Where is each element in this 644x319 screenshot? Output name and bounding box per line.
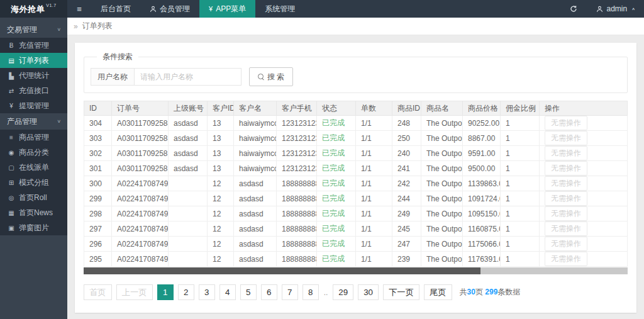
cell-product-id: 241 (392, 161, 421, 176)
no-action-button[interactable]: 无需操作 (545, 237, 587, 251)
cell-price: 1091724.00 (463, 191, 501, 206)
cell-status: 已完成 (317, 161, 356, 176)
cell-price: 1139863.00 (463, 176, 501, 191)
sidebar-item[interactable]: ▤ 订单列表 (0, 53, 67, 68)
sidebar-item[interactable]: ⊞ 模式分组 (0, 175, 67, 190)
no-action-button[interactable]: 无需操作 (545, 161, 587, 176)
sidebar-item[interactable]: ▣ 弹窗图片 (0, 220, 67, 235)
no-action-button[interactable]: 无需操作 (545, 146, 587, 160)
sidebar-section-label: 产品管理 (7, 116, 37, 127)
sidebar-section-header[interactable]: 产品管理 ∨ (0, 113, 67, 130)
page-button[interactable]: 6 (261, 284, 277, 300)
no-action-button[interactable]: 无需操作 (545, 252, 587, 266)
sidebar-item[interactable]: ▢ 在线派单 (0, 160, 67, 175)
cell-customer-id: 12 (208, 176, 234, 191)
column-header: 商品ID (392, 101, 421, 116)
cell-customer-phone: 18888888888 (277, 221, 317, 237)
sidebar-item[interactable]: ▙ 代理统计 (0, 68, 67, 83)
cell-customer-name: asdasd (234, 176, 277, 191)
sidebar-item[interactable]: ◎ 首页Roll (0, 190, 67, 205)
agent-stats-icon: ▙ (8, 72, 15, 79)
sidebar-item[interactable]: ▦ 首页News (0, 205, 67, 220)
cell-id: 301 (84, 161, 112, 176)
page-button[interactable]: 7 (282, 284, 298, 300)
page-button[interactable]: 30 (358, 284, 379, 300)
no-action-button[interactable]: 无需操作 (545, 206, 587, 221)
cell-product-name: The Outpost ... (421, 176, 463, 191)
cell-action: 无需操作 (540, 237, 628, 252)
cell-customer-name: asdasd (234, 206, 277, 221)
cell-ratio: 1 (501, 176, 540, 191)
sidebar-item[interactable]: ≡ 商品管理 (0, 130, 67, 145)
cell-customer-name: asdasd (234, 191, 277, 206)
sidebar-item-label: 充值接口 (19, 86, 49, 96)
total-records: 299 (485, 288, 497, 296)
cell-action: 无需操作 (540, 161, 628, 176)
sidebar-item-label: 提现管理 (19, 101, 49, 111)
refresh-icon[interactable] (560, 0, 587, 18)
cell-customer-phone: 123123123 (277, 146, 317, 161)
horizontal-scrollbar[interactable] (84, 267, 628, 274)
page-button[interactable]: 3 (199, 284, 215, 300)
page-button[interactable]: 尾页 (424, 284, 452, 300)
sidebar-item-label: 商品分类 (19, 147, 49, 158)
username-input[interactable] (135, 68, 242, 86)
sidebar-item[interactable]: ◉ 商品分类 (0, 145, 67, 160)
no-action-button[interactable]: 无需操作 (545, 191, 587, 206)
table-row: 301 A03011709258140297 asdasd 13 haiwaiy… (84, 161, 628, 176)
page-button[interactable]: 1 (157, 284, 174, 300)
page-button[interactable]: 下一页 (383, 284, 419, 300)
cell-customer-phone: 18888888888 (277, 252, 317, 267)
username-field-label: 用户名称 (91, 68, 135, 86)
cell-status: 已完成 (317, 221, 356, 237)
scrollbar-thumb[interactable] (84, 267, 480, 274)
no-action-button[interactable]: 无需操作 (545, 116, 587, 130)
page-button[interactable]: 2 (178, 284, 194, 300)
column-header: ID (84, 101, 112, 116)
page-button[interactable]: 上一页 (116, 284, 153, 300)
sidebar-item[interactable]: Ƀ 充值管理 (0, 38, 67, 53)
table-row: 303 A03011709258322713 asdasd 13 haiwaiy… (84, 131, 628, 146)
cell-product-name: The Outpost ... (421, 221, 463, 237)
hamburger-menu-icon[interactable]: ≡ (67, 0, 91, 18)
no-action-button[interactable]: 无需操作 (545, 131, 587, 145)
sidebar-item[interactable]: ¥ 提现管理 (0, 98, 67, 113)
cell-price: 8867.00 (463, 131, 501, 146)
page-button[interactable]: 4 (219, 284, 236, 300)
sidebar-menu: 交易管理 ∨ Ƀ 充值管理 ▤ 订单列表 ▙ 代理统计 ⇄ 充值接口 ¥ 提现管… (0, 21, 67, 235)
page-button[interactable]: 5 (240, 284, 257, 300)
no-action-button[interactable]: 无需操作 (545, 176, 587, 191)
cell-product-id: 242 (392, 176, 421, 191)
topnav-item[interactable]: ¥ APP菜单 (199, 0, 255, 18)
search-panel: 条件搜索 用户名称 搜 索 (84, 52, 628, 93)
page-button[interactable]: 首页 (84, 284, 112, 300)
cell-status: 已完成 (317, 116, 356, 131)
cell-price: 9500.00 (463, 161, 501, 176)
topnav-item[interactable]: 会员管理 (140, 0, 199, 18)
recharge-manage-icon: Ƀ (8, 42, 15, 49)
cell-product-id: 249 (392, 206, 421, 221)
cell-action: 无需操作 (540, 116, 628, 131)
cell-parent-account: asdasd (169, 116, 208, 131)
page-button[interactable]: 29 (333, 284, 353, 300)
sidebar-section-header[interactable]: 交易管理 ∨ (0, 21, 67, 38)
content-card: 条件搜索 用户名称 搜 索 ID订单号上级账号客户ID客户名客户手机状态单数商品… (75, 43, 636, 313)
cell-action: 无需操作 (540, 146, 628, 161)
search-button[interactable]: 搜 索 (249, 67, 293, 86)
user-menu[interactable]: admin ∧ (587, 0, 644, 18)
cell-parent-account: asdasd (169, 161, 208, 176)
sidebar-item[interactable]: ⇄ 充值接口 (0, 83, 67, 98)
cell-parent-account (169, 221, 208, 237)
topnav-item[interactable]: 系统管理 (255, 0, 304, 18)
cell-action: 无需操作 (540, 176, 628, 191)
chevron-down-icon: ∨ (57, 119, 61, 124)
table-row: 296 A02241708749717339 12 asdasd 1888888… (84, 237, 628, 252)
no-action-button[interactable]: 无需操作 (545, 221, 587, 236)
page-button[interactable]: 8 (303, 284, 319, 300)
cell-ratio: 1 (501, 161, 540, 176)
sidebar-item-label: 订单列表 (19, 55, 49, 66)
topnav-item[interactable]: 后台首页 (91, 0, 140, 18)
table-row: 302 A03011709258154228 asdasd 13 haiwaiy… (84, 146, 628, 161)
cell-action: 无需操作 (540, 206, 628, 221)
pagination-summary: 共30页 299条数据 (460, 287, 521, 298)
